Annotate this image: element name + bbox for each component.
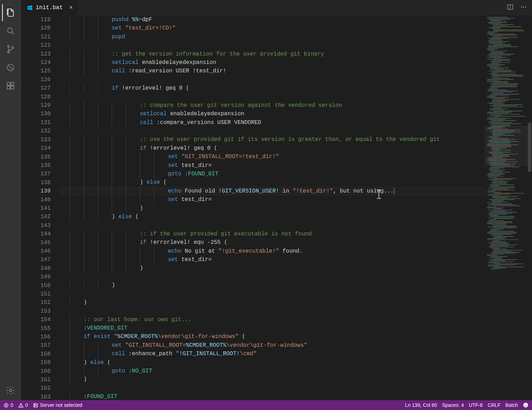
code-line[interactable]: echo No git at "!git_executable!" found. [60, 247, 485, 255]
code-line[interactable]: :: use the user provided git if its vers… [60, 135, 485, 144]
code-line[interactable] [60, 384, 485, 392]
minimap[interactable] [485, 15, 527, 400]
code-line[interactable]: ) else ( [60, 178, 485, 187]
code-line[interactable]: :: get the version information for the u… [60, 50, 485, 58]
line-number: 151 [21, 290, 51, 298]
code-line[interactable] [60, 221, 485, 229]
status-bar: 0 0 Server not selected Ln 139, Col 80 S… [0, 400, 532, 410]
code-line[interactable]: if exist "%CMDER_ROOT%\vendor\git-for-wi… [60, 332, 485, 341]
status-feedback[interactable] [523, 402, 528, 408]
code-line[interactable]: set "GIT_INSTALL_ROOT=!test_dir!" [60, 152, 485, 161]
code-line[interactable]: set test_dir= [60, 161, 485, 170]
code-line[interactable]: goto :FOUND_GIT [60, 170, 485, 178]
activity-search[interactable] [2, 22, 19, 39]
status-language[interactable]: Batch [505, 402, 518, 408]
svg-rect-8 [11, 83, 14, 85]
code-line[interactable] [60, 273, 485, 281]
code-line[interactable]: ) else ( [60, 358, 485, 367]
code-line[interactable]: ) [60, 204, 485, 213]
status-errors[interactable]: 0 [4, 402, 13, 408]
line-number: 148 [21, 264, 51, 273]
code-line[interactable]: ) else ( [60, 213, 485, 221]
code-line[interactable]: if !errorlevel! equ -255 ( [60, 238, 485, 247]
code-line[interactable]: call :read_version USER !test_dir! [60, 67, 485, 75]
status-cursor-position[interactable]: Ln 139, Col 80 [405, 402, 437, 408]
code-line[interactable]: set "test_dir=!CD!" [60, 24, 485, 32]
code-line[interactable]: set "GIT_INSTALL_ROOT=%CMDER_ROOT%\vendo… [60, 341, 485, 350]
status-server[interactable]: Server not selected [33, 402, 83, 408]
code-line[interactable]: :: if the user provided git executable i… [60, 230, 485, 238]
code-line[interactable]: :: our last hope: our own git... [60, 315, 485, 324]
svg-point-26 [523, 403, 528, 407]
svg-point-24 [34, 404, 34, 404]
ellipsis-icon [520, 4, 527, 11]
line-number: 156 [21, 333, 51, 341]
code-line[interactable]: if !errorlevel! geq 0 ( [60, 144, 485, 152]
code-area[interactable]: pushd %%~dpFset "test_dir=!CD!"popd:: ge… [60, 15, 485, 400]
line-number: 154 [21, 315, 51, 324]
code-line[interactable]: if !errorlevel! geq 0 ( [60, 84, 485, 92]
code-line[interactable]: call :enhance_path "!GIT_INSTALL_ROOT!\c… [60, 350, 485, 358]
code-line[interactable]: :: compare the user git version against … [60, 101, 485, 110]
line-number: 123 [21, 50, 51, 58]
files-icon [6, 8, 15, 18]
status-warnings[interactable]: 0 [18, 402, 28, 408]
line-number: 134 [21, 144, 51, 152]
code-line[interactable]: set test_dir= [60, 195, 485, 204]
svg-point-28 [526, 404, 527, 405]
status-encoding[interactable]: UTF-8 [469, 402, 483, 408]
code-line[interactable]: setlocal enabledelayedexpansion [60, 110, 485, 118]
tab-init-bat[interactable]: init.bat × [21, 0, 79, 15]
line-number: 137 [21, 170, 51, 178]
activity-extensions[interactable] [2, 77, 19, 94]
activity-settings[interactable] [2, 382, 19, 399]
code-line[interactable] [60, 307, 485, 315]
code-line[interactable]: echo Found old !GIT_VERSION_USER! in "!t… [60, 187, 485, 195]
code-line[interactable]: set test_dir= [60, 255, 485, 264]
svg-point-21 [21, 406, 21, 406]
code-line[interactable]: ) [60, 264, 485, 272]
line-number: 124 [21, 58, 51, 67]
svg-rect-7 [7, 83, 10, 85]
minimap-viewport[interactable] [485, 126, 527, 165]
more-actions-button[interactable] [520, 4, 527, 12]
activity-bar [0, 0, 21, 400]
search-icon [6, 26, 15, 36]
scrollbar-thumb[interactable] [528, 123, 531, 172]
svg-point-27 [525, 404, 525, 405]
gear-icon [6, 385, 15, 395]
code-line[interactable]: call :compare_versions USER VENDORED [60, 118, 485, 127]
status-indentation[interactable]: Spaces: 4 [442, 402, 464, 408]
code-line[interactable]: goto :NO_GIT [60, 367, 485, 375]
code-line[interactable]: :VENDORED_GIT [60, 324, 485, 332]
vertical-scrollbar[interactable] [527, 15, 532, 400]
tab-close-button[interactable]: × [69, 4, 73, 11]
line-number: 131 [21, 118, 51, 127]
code-line[interactable]: setlocal enabledelayedexpansion [60, 58, 485, 67]
activity-debug[interactable] [2, 59, 19, 76]
split-editor-button[interactable] [507, 4, 514, 12]
code-line[interactable] [60, 290, 485, 298]
line-number: 141 [21, 204, 51, 213]
code-line[interactable] [60, 93, 485, 101]
code-line[interactable]: popd [60, 33, 485, 41]
line-number: 153 [21, 307, 51, 315]
svg-point-3 [8, 51, 9, 53]
text-cursor [394, 188, 394, 195]
svg-point-2 [8, 45, 9, 47]
line-number: 149 [21, 273, 51, 281]
code-line[interactable]: ) [60, 298, 485, 307]
code-line[interactable] [60, 41, 485, 50]
code-line[interactable] [60, 127, 485, 135]
code-line[interactable] [60, 76, 485, 84]
svg-point-15 [523, 6, 524, 7]
activity-scm[interactable] [2, 41, 19, 58]
code-line[interactable]: ) [60, 375, 485, 384]
windows-icon [27, 5, 33, 11]
line-number: 147 [21, 255, 51, 264]
code-line[interactable]: :FOUND_GIT [60, 392, 485, 400]
activity-explorer[interactable] [2, 4, 19, 21]
code-line[interactable]: ) [60, 281, 485, 289]
status-eol[interactable]: CRLF [488, 402, 501, 408]
code-line[interactable]: pushd %%~dpF [60, 15, 485, 24]
